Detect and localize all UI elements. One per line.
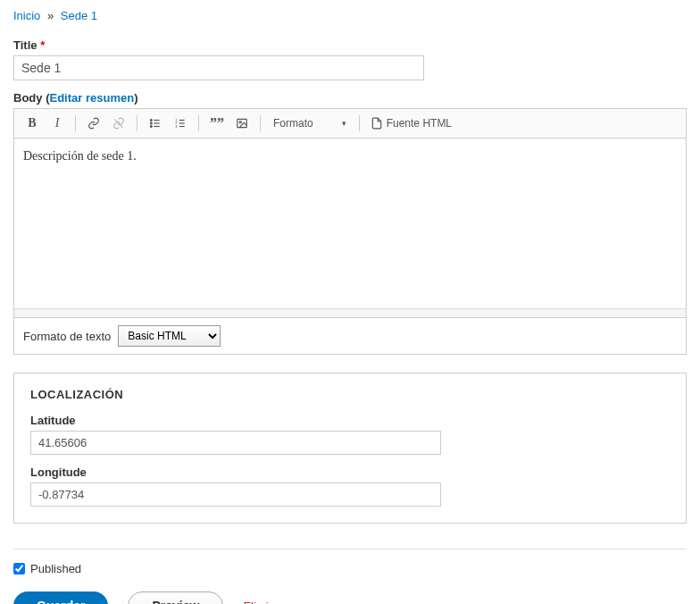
published-checkbox[interactable] bbox=[13, 563, 25, 575]
bold-button[interactable]: B bbox=[20, 113, 45, 134]
title-label: Title * bbox=[13, 38, 687, 52]
latitude-group: Latitude bbox=[30, 414, 670, 455]
source-icon bbox=[371, 117, 383, 130]
title-input[interactable] bbox=[13, 55, 424, 80]
svg-point-14 bbox=[239, 122, 241, 123]
body-field-group: Body (Editar resumen) B I 123 ”” bbox=[13, 91, 687, 355]
image-icon bbox=[236, 117, 248, 130]
text-format-select[interactable]: Basic HTML bbox=[118, 325, 221, 347]
edit-summary-link[interactable]: Editar resumen bbox=[49, 91, 134, 105]
required-asterisk: * bbox=[40, 38, 45, 52]
svg-point-4 bbox=[150, 120, 152, 122]
published-label: Published bbox=[30, 562, 81, 575]
location-legend: LOCALIZACIÓN bbox=[30, 388, 670, 401]
title-label-text: Title bbox=[13, 38, 38, 52]
location-fieldset: LOCALIZACIÓN Latitude Longitude bbox=[13, 373, 687, 524]
number-list-button[interactable]: 123 bbox=[168, 113, 193, 134]
text-format-label: Formato de texto bbox=[23, 330, 111, 343]
svg-point-5 bbox=[150, 122, 152, 124]
image-button[interactable] bbox=[229, 113, 254, 134]
unlink-button[interactable] bbox=[106, 113, 131, 134]
paren-close: ) bbox=[134, 91, 138, 105]
longitude-group: Longitude bbox=[30, 466, 670, 507]
form-actions: Guardar Preview Eliminar bbox=[13, 591, 687, 604]
editor-toolbar: B I 123 ”” Formato bbox=[14, 109, 686, 138]
breadcrumb-home[interactable]: Inicio bbox=[13, 9, 40, 22]
preview-button[interactable]: Preview bbox=[128, 591, 223, 604]
source-button[interactable]: Fuente HTML bbox=[365, 117, 457, 130]
save-button[interactable]: Guardar bbox=[13, 591, 108, 604]
body-label: Body (Editar resumen) bbox=[13, 91, 687, 105]
format-dropdown[interactable]: Formato ▾ bbox=[266, 117, 354, 130]
format-dropdown-label: Formato bbox=[273, 117, 313, 130]
editor-resize-handle[interactable] bbox=[14, 308, 686, 317]
divider bbox=[13, 549, 687, 549]
toolbar-separator bbox=[75, 115, 76, 131]
latitude-label: Latitude bbox=[30, 414, 670, 427]
breadcrumb-sep: » bbox=[47, 9, 54, 22]
italic-button[interactable]: I bbox=[45, 113, 70, 134]
bullet-list-button[interactable] bbox=[143, 113, 168, 134]
body-label-text: Body bbox=[13, 91, 43, 105]
breadcrumb: Inicio » Sede 1 bbox=[13, 9, 687, 22]
number-list-icon: 123 bbox=[174, 117, 187, 130]
text-format-row: Formato de texto Basic HTML bbox=[13, 318, 687, 355]
longitude-input[interactable] bbox=[30, 482, 441, 507]
bullet-list-icon bbox=[149, 117, 162, 130]
published-row: Published bbox=[13, 562, 687, 575]
source-button-label: Fuente HTML bbox=[387, 117, 452, 130]
unlink-icon bbox=[112, 117, 125, 130]
toolbar-separator bbox=[198, 115, 199, 131]
toolbar-separator bbox=[260, 115, 261, 131]
delete-link[interactable]: Eliminar bbox=[243, 600, 285, 605]
wysiwyg-editor: B I 123 ”” Formato bbox=[13, 108, 687, 318]
longitude-label: Longitude bbox=[30, 466, 670, 479]
svg-point-6 bbox=[150, 126, 152, 128]
editor-content[interactable]: Descripción de sede 1. bbox=[14, 138, 686, 308]
chevron-down-icon: ▾ bbox=[342, 119, 346, 128]
link-button[interactable] bbox=[81, 113, 106, 134]
title-field-group: Title * bbox=[13, 38, 687, 80]
blockquote-button[interactable]: ”” bbox=[204, 113, 229, 134]
toolbar-separator bbox=[137, 115, 138, 131]
breadcrumb-current[interactable]: Sede 1 bbox=[61, 9, 97, 22]
latitude-input[interactable] bbox=[30, 431, 441, 455]
link-icon bbox=[88, 117, 100, 130]
svg-text:3: 3 bbox=[175, 124, 178, 129]
toolbar-separator bbox=[359, 115, 360, 131]
